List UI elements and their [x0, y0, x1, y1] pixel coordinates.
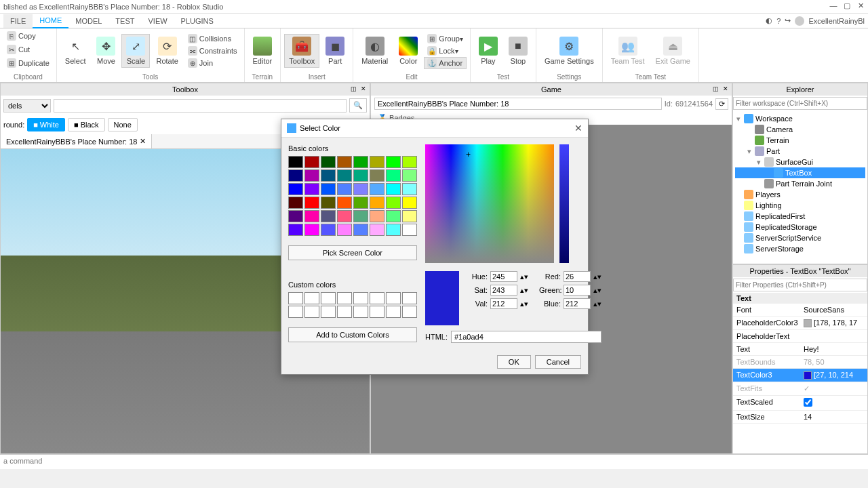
toolbox-button[interactable]: 🧰Toolbox	[284, 34, 319, 68]
prop-placeholdertext[interactable]: PlaceholderText	[733, 330, 867, 343]
maximize-icon[interactable]: ▢	[843, 1, 851, 9]
prop-section-text[interactable]: Text	[733, 293, 867, 304]
explorer-filter-input[interactable]	[733, 97, 867, 110]
share-icon[interactable]: ↪	[785, 16, 791, 25]
basic-swatch[interactable]	[386, 156, 401, 168]
spinner-icon[interactable]: ▴▾	[520, 300, 528, 308]
tree-repfirst[interactable]: ReplicatedFirst	[735, 211, 865, 222]
prop-font[interactable]: FontSourceSans	[733, 304, 867, 317]
dialog-close-icon[interactable]: ✕	[574, 123, 583, 134]
tree-surfacegui[interactable]: ▾SurfaceGui	[735, 157, 865, 167]
undock-icon[interactable]: ◫	[711, 85, 719, 94]
color-button[interactable]: Color	[394, 34, 422, 68]
basic-swatch[interactable]	[353, 156, 368, 168]
tab-test[interactable]: TEST	[108, 14, 141, 28]
terrain-editor-button[interactable]: Editor	[248, 34, 277, 68]
tree-joint[interactable]: Part Terrain Joint	[735, 178, 865, 189]
basic-swatch[interactable]	[288, 197, 303, 209]
tree-terrain[interactable]: Terrain	[735, 135, 865, 146]
basic-swatch[interactable]	[304, 197, 319, 209]
basic-swatch[interactable]	[321, 156, 336, 168]
custom-swatch[interactable]	[370, 292, 384, 304]
close-icon[interactable]: ✕	[359, 85, 368, 94]
basic-swatch[interactable]	[337, 169, 352, 182]
info-icon[interactable]: ?	[776, 17, 781, 25]
basic-swatch[interactable]	[353, 183, 368, 195]
basic-swatch[interactable]	[402, 169, 417, 182]
custom-swatch[interactable]	[304, 306, 319, 318]
basic-swatch[interactable]	[288, 224, 303, 236]
lock-button[interactable]: 🔒Lock ▾	[424, 45, 467, 57]
custom-swatch[interactable]	[402, 306, 417, 318]
basic-swatch[interactable]	[288, 183, 303, 195]
basic-swatch[interactable]	[370, 210, 384, 222]
game-settings-button[interactable]: ⚙Game Settings	[540, 34, 599, 68]
basic-swatch[interactable]	[337, 197, 352, 209]
select-button[interactable]: ↖Select	[60, 34, 91, 68]
place-name-input[interactable]	[374, 98, 662, 110]
sat-input[interactable]	[490, 285, 517, 296]
basic-swatch[interactable]	[402, 156, 417, 168]
close-icon[interactable]: ✕	[856, 1, 865, 9]
collisions-button[interactable]: ◫Collisions	[184, 33, 241, 45]
tree-textbox[interactable]: TextBox	[735, 167, 865, 178]
toolbox-search-input[interactable]	[54, 99, 347, 113]
cancel-button[interactable]: Cancel	[535, 355, 581, 369]
basic-swatch[interactable]	[386, 224, 401, 236]
basic-swatch[interactable]	[288, 210, 303, 222]
basic-swatch[interactable]	[370, 183, 384, 195]
tree-lighting[interactable]: Lighting	[735, 200, 865, 211]
add-custom-color-button[interactable]: Add to Custom Colors	[288, 327, 417, 342]
custom-swatch[interactable]	[304, 292, 319, 304]
properties-filter-input[interactable]	[733, 279, 867, 291]
tree-repstorage[interactable]: ReplicatedStorage	[735, 222, 865, 232]
minimize-icon[interactable]: —	[829, 1, 837, 9]
textscaled-checkbox[interactable]	[804, 398, 812, 407]
basic-swatch[interactable]	[321, 210, 336, 222]
explorer-tree[interactable]: ▾Workspace Camera Terrain ▾Part ▾Surface…	[733, 111, 867, 256]
basic-swatch[interactable]	[321, 224, 336, 236]
pick-screen-color-button[interactable]: Pick Screen Color	[288, 245, 417, 260]
custom-swatch[interactable]	[386, 306, 401, 318]
basic-swatch[interactable]	[386, 169, 401, 182]
close-icon[interactable]: ✕	[722, 85, 730, 94]
tree-sss[interactable]: ServerScriptService	[735, 232, 865, 243]
tree-workspace[interactable]: ▾Workspace	[735, 113, 865, 124]
prop-text[interactable]: TextHey!	[733, 343, 867, 356]
basic-swatch[interactable]	[321, 197, 336, 209]
blue-input[interactable]	[564, 298, 591, 309]
close-tab-icon[interactable]: ✕	[140, 137, 146, 146]
spinner-icon[interactable]: ▴▾	[593, 286, 601, 295]
basic-swatch[interactable]	[370, 197, 384, 209]
tree-part[interactable]: ▾Part	[735, 146, 865, 157]
anchor-button[interactable]: ⚓Anchor	[424, 57, 467, 69]
basic-swatch[interactable]	[304, 183, 319, 195]
constraints-button[interactable]: ⫘Constraints	[184, 45, 241, 57]
custom-swatch[interactable]	[337, 292, 352, 304]
spinner-icon[interactable]: ▴▾	[593, 300, 601, 308]
basic-swatch[interactable]	[337, 156, 352, 168]
team-test-button[interactable]: 👥Team Test	[606, 34, 650, 68]
search-icon[interactable]: 🔍	[349, 98, 367, 113]
spinner-icon[interactable]: ▴▾	[520, 272, 528, 281]
hue-input[interactable]	[490, 271, 517, 282]
toolbox-category-select[interactable]: dels	[3, 99, 51, 113]
tab-model[interactable]: MODEL	[68, 14, 108, 28]
tab-file[interactable]: FILE	[3, 14, 33, 28]
green-input[interactable]	[564, 285, 591, 296]
help-icon[interactable]: ◐	[766, 16, 772, 25]
bg-black-button[interactable]: ■ Black	[68, 118, 105, 131]
red-input[interactable]	[564, 271, 591, 282]
basic-swatch[interactable]	[353, 210, 368, 222]
basic-swatch[interactable]	[386, 197, 401, 209]
move-button[interactable]: ✥Move	[92, 34, 120, 68]
material-button[interactable]: ◐Material	[357, 34, 393, 68]
play-button[interactable]: ▶Play	[474, 34, 502, 68]
custom-swatch[interactable]	[337, 306, 352, 318]
place-tab[interactable]: ExcellentRainyBBB's Place Number: 18✕	[1, 134, 152, 148]
basic-swatch[interactable]	[353, 224, 368, 236]
bg-white-button[interactable]: ■ White	[27, 118, 65, 131]
duplicate-button[interactable]: ⊞Duplicate	[3, 57, 53, 69]
custom-swatch[interactable]	[370, 306, 384, 318]
hue-slider[interactable]	[559, 144, 569, 263]
